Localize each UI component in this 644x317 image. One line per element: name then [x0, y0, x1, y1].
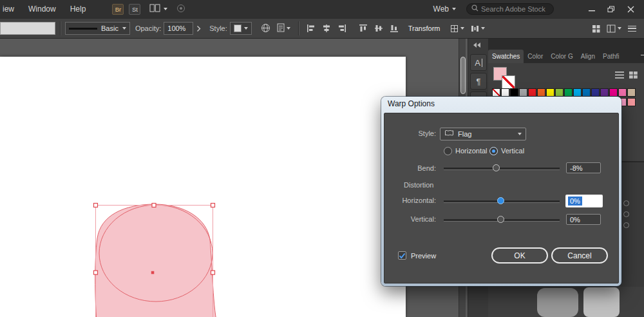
menu-help[interactable]: Help: [63, 0, 93, 18]
dialog-titlebar[interactable]: [381, 97, 621, 112]
align-center-button[interactable]: [322, 24, 331, 33]
tab-color-guide[interactable]: Color G: [547, 50, 576, 63]
swatch[interactable]: [609, 88, 618, 97]
warp-style-dropdown[interactable]: Flag: [440, 128, 526, 140]
swatch[interactable]: [519, 88, 527, 97]
swatch[interactable]: [564, 88, 573, 97]
arrange-documents-dropdown[interactable]: [607, 24, 621, 33]
selection-handle[interactable]: [94, 204, 98, 207]
ok-button[interactable]: OK: [491, 247, 548, 264]
stroke-style-dropdown[interactable]: Basic: [65, 22, 130, 35]
tab-swatches[interactable]: Swatches: [488, 50, 524, 63]
grid-view-icon[interactable]: [629, 70, 638, 81]
grid-view-button[interactable]: [592, 24, 600, 33]
hamburger-icon: [628, 26, 636, 32]
tab-pathfinder[interactable]: Pathfi: [599, 50, 623, 63]
preview-label[interactable]: Preview: [411, 251, 436, 261]
collapse-dock-button[interactable]: [473, 43, 480, 48]
swatch-none[interactable]: [492, 88, 500, 97]
panel-tab-bar: Swatches Color Color G Align Pathfi: [488, 49, 644, 63]
panel-edge-circle: [623, 211, 629, 217]
horizontal-label: Horizontal:: [384, 196, 436, 206]
transform-link[interactable]: Transform: [408, 24, 440, 32]
menu-window[interactable]: Window: [21, 0, 63, 18]
swatch[interactable]: [501, 88, 509, 97]
workspace-label: Web: [433, 5, 449, 14]
align-top-button[interactable]: [359, 24, 368, 33]
share-button[interactable]: [176, 4, 185, 15]
swatch[interactable]: [591, 88, 600, 97]
check-icon: [399, 253, 406, 259]
warp-options-dialog: Warp Options Style: Flag Horizontal Vert…: [381, 97, 621, 286]
graphic-style-dropdown[interactable]: [230, 22, 252, 35]
tab-align[interactable]: Align: [577, 50, 599, 63]
bend-slider-thumb[interactable]: [493, 164, 500, 171]
opacity-value-dropdown[interactable]: 100%: [164, 22, 193, 35]
vertical-slider[interactable]: [444, 219, 560, 221]
document-setup-globe-button[interactable]: [261, 23, 270, 34]
align-middle-button[interactable]: [374, 24, 383, 33]
bend-slider[interactable]: [444, 168, 560, 169]
tab-color[interactable]: Color: [524, 50, 547, 63]
character-panel-icon: A: [475, 58, 480, 68]
align-options-dropdown[interactable]: [450, 24, 464, 33]
paragraph-panel-button[interactable]: ¶: [470, 73, 487, 90]
list-view-icon[interactable]: [615, 70, 624, 81]
truncated-control[interactable]: [0, 22, 55, 35]
radio-vertical[interactable]: [489, 147, 498, 155]
cancel-button[interactable]: Cancel: [551, 247, 608, 264]
stock-search-box[interactable]: [466, 3, 554, 15]
distribute-options-dropdown[interactable]: [471, 24, 485, 33]
radio-vertical-label[interactable]: Vertical: [501, 146, 524, 155]
scrollbar-thumb[interactable]: [460, 57, 466, 94]
swatch-row: [492, 88, 636, 97]
swatch[interactable]: [546, 88, 554, 97]
opacity-label: Opacity:: [135, 24, 161, 32]
stroke-none-proxy[interactable]: [502, 75, 515, 89]
swatch[interactable]: [537, 88, 545, 97]
opacity-panel-chevron[interactable]: [196, 25, 201, 32]
document-options-dropdown[interactable]: [277, 23, 290, 34]
radio-horizontal-label[interactable]: Horizontal: [455, 146, 488, 155]
controlbar-menu-button[interactable]: [628, 26, 636, 32]
preview-checkbox[interactable]: [398, 251, 406, 260]
bend-value-field[interactable]: -8%: [566, 162, 601, 173]
panel-fragment: [583, 287, 620, 317]
swatch[interactable]: [600, 88, 609, 97]
layout-switcher-dropdown[interactable]: [149, 4, 167, 14]
selection-handle[interactable]: [211, 271, 215, 274]
swatch[interactable]: [510, 88, 518, 97]
close-button[interactable]: [621, 0, 640, 18]
radio-dot: [492, 149, 495, 153]
selection-handle[interactable]: [211, 204, 215, 207]
align-bottom-button[interactable]: [390, 24, 399, 33]
selection-handle[interactable]: [152, 204, 156, 207]
align-right-button[interactable]: [337, 24, 346, 33]
swatch[interactable]: [627, 88, 636, 97]
stock-button[interactable]: St: [129, 4, 140, 15]
align-left-button[interactable]: [307, 24, 316, 33]
chevron-down-icon: [164, 8, 167, 10]
selection-handle[interactable]: [94, 271, 98, 274]
chevron-down-icon: [122, 27, 126, 30]
swatch[interactable]: [627, 98, 636, 106]
swatch[interactable]: [528, 88, 536, 97]
vertical-slider-thumb[interactable]: [497, 216, 504, 223]
swatch[interactable]: [573, 88, 582, 97]
character-panel-button[interactable]: A: [470, 54, 487, 71]
horizontal-value-field[interactable]: 0%: [565, 195, 603, 207]
swatch[interactable]: [555, 88, 564, 97]
vertical-value-field[interactable]: 0%: [566, 214, 601, 225]
horizontal-slider-thumb[interactable]: [497, 197, 504, 204]
search-input[interactable]: [481, 5, 549, 13]
swatch[interactable]: [582, 88, 591, 97]
swatch[interactable]: [618, 88, 627, 97]
bridge-button[interactable]: Br: [112, 4, 124, 15]
minimize-button[interactable]: [582, 0, 601, 18]
stroke-style-label: Basic: [101, 24, 118, 32]
workspace-switcher[interactable]: Web: [433, 5, 456, 14]
menu-view[interactable]: iew: [0, 0, 21, 18]
radio-horizontal[interactable]: [444, 147, 452, 155]
horizontal-slider[interactable]: [444, 200, 560, 202]
restore-button[interactable]: [601, 0, 621, 18]
